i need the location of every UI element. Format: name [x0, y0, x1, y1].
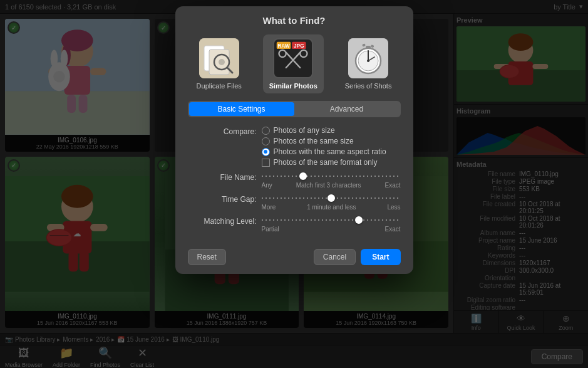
modal-dialog: What to Find? Duplicate Files — [175, 6, 413, 274]
series-of-shots-icon-img — [348, 38, 388, 78]
time-gap-controls: More 1 minute and less Less — [262, 194, 401, 211]
svg-point-74 — [367, 60, 369, 62]
modal-icon-series[interactable]: Series of Shots — [339, 34, 398, 93]
similar-photos-label: Similar Photos — [269, 82, 317, 90]
svg-point-59 — [219, 59, 225, 65]
ok-cancel-buttons: Cancel Start — [314, 249, 401, 265]
duplicate-files-icon-img — [199, 38, 239, 78]
time-gap-row: Time Gap: More 1 minute and less Less — [188, 194, 401, 211]
file-name-slider-thumb[interactable] — [299, 172, 307, 180]
modal-form: Compare: Photos of any size Photos of th… — [175, 124, 413, 244]
matching-level-row: Matching Level: Partial Exact — [188, 216, 401, 233]
radio-same-aspect — [262, 148, 270, 156]
matching-level-controls: Partial Exact — [262, 216, 401, 233]
compare-any-size[interactable]: Photos of any size — [262, 126, 401, 135]
checkbox-same-format — [262, 159, 270, 167]
svg-text:JPG: JPG — [294, 43, 304, 49]
modal-tab-bar: Basic Settings Advanced — [188, 101, 401, 117]
compare-label: Compare: — [188, 126, 257, 136]
duplicate-files-label: Duplicate Files — [197, 82, 242, 90]
compare-same-aspect[interactable]: Photos with the same aspect ratio — [262, 147, 401, 156]
matching-level-slider-container: Partial Exact — [262, 216, 401, 233]
matching-level-slider-track[interactable] — [262, 216, 401, 224]
matching-level-slider-rail — [262, 219, 401, 221]
compare-row: Compare: Photos of any size Photos of th… — [188, 126, 401, 167]
reset-button[interactable]: Reset — [188, 249, 226, 265]
modal-icon-similar[interactable]: RAW JPG Similar Photos — [263, 34, 324, 93]
compare-same-format[interactable]: Photos of the same format only — [262, 158, 401, 167]
file-name-row: File Name: Any Match first 3 characters … — [188, 172, 401, 189]
time-gap-label: Time Gap: — [188, 194, 257, 204]
matching-level-label: Matching Level: — [188, 216, 257, 226]
matching-level-slider-thumb[interactable] — [355, 216, 363, 224]
time-gap-slider-thumb[interactable] — [328, 194, 335, 202]
svg-rect-75 — [366, 46, 371, 49]
file-name-slider-track[interactable] — [262, 172, 401, 181]
time-gap-slider-rail — [262, 197, 401, 199]
tab-basic-settings[interactable]: Basic Settings — [189, 102, 294, 116]
series-of-shots-label: Series of Shots — [345, 82, 392, 90]
modal-overlay: What to Find? Duplicate Files — [0, 0, 588, 368]
time-gap-slider-container: More 1 minute and less Less — [262, 194, 401, 211]
file-name-label: File Name: — [188, 172, 257, 182]
file-name-slider-container: Any Match first 3 characters Exact — [262, 172, 401, 189]
modal-icon-duplicate[interactable]: Duplicate Files — [190, 34, 248, 93]
modal-buttons: Reset Cancel Start — [175, 244, 413, 274]
tab-advanced[interactable]: Advanced — [294, 102, 400, 116]
radio-same-size — [262, 137, 270, 145]
modal-icons-row: Duplicate Files RAW JPG — [175, 32, 413, 101]
time-gap-slider-track[interactable] — [262, 194, 401, 202]
compare-controls: Photos of any size Photos of the same si… — [262, 126, 401, 167]
matching-level-slider-labels: Partial Exact — [262, 226, 401, 233]
compare-same-size[interactable]: Photos of the same size — [262, 137, 401, 145]
radio-any-size — [262, 127, 270, 135]
file-name-slider-labels: Any Match first 3 characters Exact — [262, 182, 401, 189]
modal-title: What to Find? — [175, 6, 413, 32]
svg-text:RAW: RAW — [277, 43, 290, 49]
file-name-slider-rail — [262, 176, 401, 177]
start-button[interactable]: Start — [361, 249, 400, 265]
time-gap-slider-labels: More 1 minute and less Less — [262, 204, 401, 211]
file-name-controls: Any Match first 3 characters Exact — [262, 172, 401, 189]
cancel-button[interactable]: Cancel — [314, 249, 356, 265]
similar-photos-icon-img: RAW JPG — [273, 38, 313, 78]
